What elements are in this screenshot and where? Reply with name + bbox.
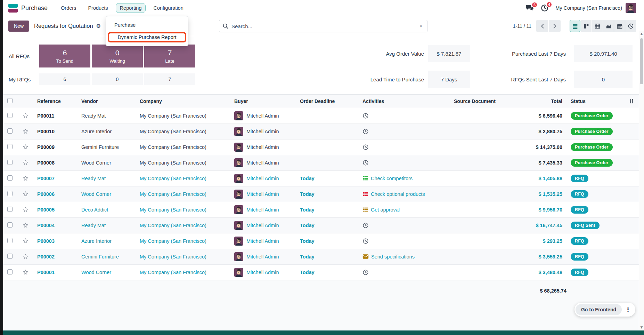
activity-label[interactable]: Check competitors bbox=[371, 176, 413, 181]
messages-button[interactable]: 6 bbox=[526, 5, 534, 11]
pager-next-button[interactable] bbox=[549, 20, 561, 32]
star-icon[interactable] bbox=[23, 238, 29, 244]
rfq-reference[interactable]: P00004 bbox=[37, 223, 55, 228]
rfq-reference[interactable]: P00006 bbox=[37, 191, 55, 197]
activity-view-button[interactable] bbox=[625, 20, 636, 32]
pivot-view-button[interactable] bbox=[592, 20, 603, 32]
row-checkbox[interactable] bbox=[7, 207, 13, 212]
activity-clock-icon[interactable] bbox=[362, 128, 369, 135]
row-checkbox[interactable] bbox=[7, 160, 13, 165]
stat-waiting[interactable]: 0 Waiting bbox=[92, 45, 143, 67]
my-stat-waiting[interactable]: 0 bbox=[92, 73, 143, 85]
scroll-up-icon[interactable]: ▲ bbox=[639, 32, 644, 35]
header-buyer[interactable]: Buyer bbox=[230, 95, 296, 108]
table-row[interactable]: P00010 Azure Interior My Company (San Fr… bbox=[3, 123, 639, 139]
activity-clock-icon[interactable] bbox=[362, 144, 369, 150]
my-stat-to-send[interactable]: 6 bbox=[39, 73, 90, 85]
row-checkbox[interactable] bbox=[7, 238, 13, 243]
activity-clock-icon[interactable] bbox=[362, 160, 369, 166]
calendar-view-button[interactable] bbox=[614, 20, 625, 32]
table-row[interactable]: P00011 Ready Mat My Company (San Francis… bbox=[3, 108, 639, 123]
activity-clock-icon[interactable] bbox=[362, 222, 369, 229]
star-icon[interactable] bbox=[23, 160, 29, 166]
search-dropdown-caret-icon[interactable]: ▾ bbox=[418, 24, 424, 29]
rfq-reference[interactable]: P00002 bbox=[37, 254, 55, 260]
activity-label[interactable]: Check optional products bbox=[371, 191, 425, 197]
adjust-columns-icon[interactable] bbox=[628, 98, 635, 104]
scroll-down-icon[interactable]: ▼ bbox=[639, 326, 644, 329]
dropdown-item-purchase[interactable]: Purchase bbox=[106, 19, 188, 31]
header-source-document[interactable]: Source Document bbox=[450, 95, 504, 108]
menu-orders[interactable]: Orders bbox=[57, 3, 80, 13]
star-icon[interactable] bbox=[23, 113, 29, 119]
dropdown-item-dynamic-purchase-report[interactable]: Dynamic Purchase Report bbox=[117, 34, 176, 40]
rfq-reference[interactable]: P00009 bbox=[37, 144, 55, 150]
search-bar[interactable]: Search... ▾ bbox=[219, 20, 427, 32]
user-avatar[interactable] bbox=[626, 3, 636, 13]
header-company[interactable]: Company bbox=[136, 95, 230, 108]
table-row[interactable]: P00001 Wood Corner My Company (San Franc… bbox=[3, 264, 639, 280]
activity-envelope-icon[interactable] bbox=[362, 254, 369, 259]
row-checkbox[interactable] bbox=[7, 113, 13, 118]
activity-list-icon[interactable] bbox=[362, 207, 368, 213]
graph-view-button[interactable] bbox=[603, 20, 614, 32]
select-all-checkbox[interactable] bbox=[7, 98, 13, 103]
list-view-button[interactable] bbox=[570, 20, 580, 32]
app-title[interactable]: Purchase bbox=[21, 5, 48, 12]
scrollbar-thumb[interactable] bbox=[640, 38, 643, 84]
star-icon[interactable] bbox=[23, 254, 29, 260]
menu-configuration[interactable]: Configuration bbox=[149, 3, 187, 13]
rfq-reference[interactable]: P00011 bbox=[37, 113, 54, 119]
new-button[interactable]: New bbox=[8, 21, 29, 32]
stat-to-send[interactable]: 6 To Send bbox=[39, 45, 90, 67]
activity-label[interactable]: Send specifications bbox=[371, 254, 415, 260]
rfq-reference[interactable]: P00007 bbox=[37, 176, 55, 181]
activity-clock-icon[interactable] bbox=[362, 113, 369, 119]
table-row[interactable]: P00003 Azure Interior My Company (San Fr… bbox=[3, 233, 639, 249]
activity-label[interactable]: Get approval bbox=[371, 207, 400, 213]
user-menu[interactable]: My Company (San Francisco) bbox=[555, 3, 636, 13]
star-icon[interactable] bbox=[23, 207, 29, 213]
rfq-reference[interactable]: P00001 bbox=[37, 270, 55, 275]
header-total[interactable]: Total bbox=[504, 95, 566, 108]
row-checkbox[interactable] bbox=[7, 175, 13, 181]
table-row[interactable]: P00005 Deco Addict My Company (San Franc… bbox=[3, 202, 639, 217]
activity-list-icon[interactable] bbox=[362, 191, 368, 197]
rfq-reference[interactable]: P00003 bbox=[37, 238, 55, 244]
kanban-view-button[interactable] bbox=[581, 20, 592, 32]
header-activities[interactable]: Activities bbox=[358, 95, 450, 108]
star-icon[interactable] bbox=[23, 191, 29, 197]
star-icon[interactable] bbox=[23, 269, 29, 275]
activity-list-icon[interactable] bbox=[362, 175, 368, 181]
table-row[interactable]: P00002 Gemini Furniture My Company (San … bbox=[3, 249, 639, 264]
header-reference[interactable]: Reference bbox=[33, 95, 77, 108]
go-to-frontend-button[interactable]: Go to Frontend bbox=[576, 304, 622, 315]
row-checkbox[interactable] bbox=[7, 128, 13, 134]
row-checkbox[interactable] bbox=[7, 144, 13, 149]
rfq-reference[interactable]: P00008 bbox=[37, 160, 55, 166]
star-icon[interactable] bbox=[23, 175, 29, 181]
table-row[interactable]: P00006 Wood Corner My Company (San Franc… bbox=[3, 186, 639, 202]
vertical-scrollbar[interactable]: ▲ ▼ bbox=[639, 31, 644, 330]
view-settings-gear-icon[interactable]: ⚙ bbox=[96, 23, 101, 29]
row-checkbox[interactable] bbox=[7, 222, 13, 228]
table-row[interactable]: P00008 Wood Corner My Company (San Franc… bbox=[3, 155, 639, 170]
header-vendor[interactable]: Vendor bbox=[77, 95, 136, 108]
table-row[interactable]: P00007 Ready Mat My Company (San Francis… bbox=[3, 170, 639, 186]
rfq-reference[interactable]: P00005 bbox=[37, 207, 55, 213]
activity-clock-icon[interactable] bbox=[362, 238, 369, 244]
star-icon[interactable] bbox=[23, 144, 29, 150]
stat-late[interactable]: 7 Late bbox=[144, 45, 195, 67]
kebab-menu-icon[interactable]: ⋮ bbox=[622, 306, 634, 313]
row-checkbox[interactable] bbox=[7, 191, 13, 196]
row-checkbox[interactable] bbox=[7, 269, 13, 274]
table-row[interactable]: P00004 Ready Mat My Company (San Francis… bbox=[3, 217, 639, 233]
header-order-deadline[interactable]: Order Deadline bbox=[296, 95, 358, 108]
activities-button[interactable]: 4 bbox=[541, 4, 548, 12]
activity-clock-icon[interactable] bbox=[362, 269, 369, 276]
pager-previous-button[interactable] bbox=[536, 20, 548, 32]
table-row[interactable]: P00009 Gemini Furniture My Company (San … bbox=[3, 139, 639, 155]
menu-products[interactable]: Products bbox=[84, 3, 112, 13]
star-icon[interactable] bbox=[23, 128, 29, 134]
my-stat-late[interactable]: 7 bbox=[144, 73, 195, 85]
